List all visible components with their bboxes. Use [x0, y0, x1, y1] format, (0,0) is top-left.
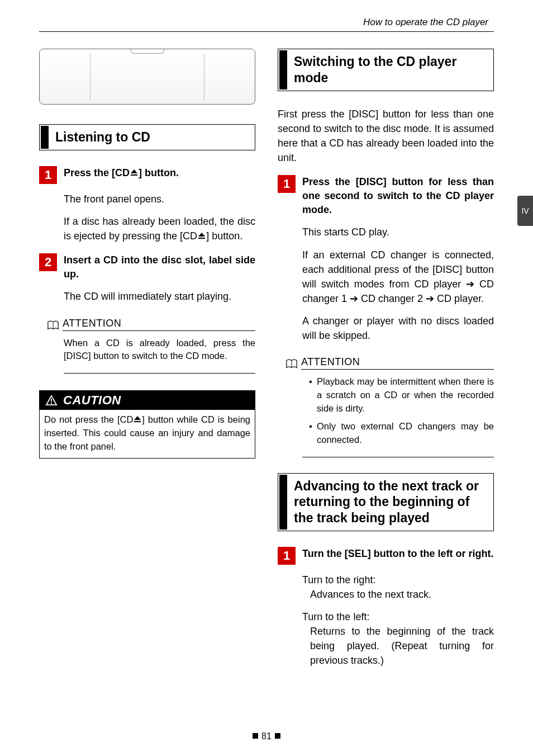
section-title: Switching to the CD player mode: [294, 54, 487, 86]
step-number-badge: 1: [278, 547, 296, 565]
section-advancing-track: Advancing to the next track or returning…: [278, 473, 494, 531]
attention-text: When a CD is already loaded, press the […: [64, 337, 255, 363]
caution-body: Do not press the [CD] button while CD is…: [40, 410, 255, 458]
svg-marker-2: [198, 233, 205, 237]
right-step-1: 1 Press the [DISC] button for less than …: [278, 175, 494, 218]
bullet-item: Only two external CD changers may be con…: [309, 420, 494, 447]
attention-label: ATTENTION: [63, 318, 255, 331]
step-number-badge: 2: [39, 253, 57, 271]
section-title: Listening to CD: [55, 129, 248, 145]
caution-heading: CAUTION: [40, 391, 255, 410]
eject-icon: [130, 169, 139, 177]
step-title: Press the [CD] button.: [64, 166, 255, 180]
lead-text: Turn to the right:: [302, 573, 494, 587]
paragraph: The front panel opens.: [64, 192, 255, 206]
step-number-badge: 1: [278, 175, 296, 193]
attention-rule: [64, 373, 255, 374]
page-number: 81: [261, 731, 272, 741]
caution-label: CAUTION: [63, 393, 121, 408]
eject-icon: [197, 232, 206, 240]
desc-text: Returns to the beginning of the track be…: [310, 624, 494, 668]
step-title: Turn the [SEL] button to the left or rig…: [302, 547, 494, 561]
square-bullet-icon: [275, 733, 280, 739]
left-column: Listening to CD 1 Press the [CD] button.…: [39, 49, 255, 668]
lead-text: Turn to the left:: [302, 609, 494, 624]
right-step-2: 1 Turn the [SEL] button to the left or r…: [278, 547, 494, 565]
turn-right-block: Turn to the right: Advances to the next …: [302, 573, 494, 602]
right-column: Switching to the CD player mode First pr…: [278, 49, 494, 668]
device-illustration: [39, 49, 255, 105]
svg-rect-1: [131, 174, 137, 176]
book-open-icon: [285, 358, 298, 370]
warning-triangle-icon: [45, 395, 58, 406]
page-footer: 81: [0, 731, 533, 741]
attention-label: ATTENTION: [301, 356, 494, 370]
desc-text: Advances to the next track.: [310, 587, 494, 602]
svg-rect-9: [134, 421, 141, 422]
intro-paragraph: First press the [DISC] button for less t…: [278, 107, 494, 165]
left-step-1: 1 Press the [CD] button.: [39, 166, 255, 184]
bullet-item: Playback may be intermittent when there …: [309, 375, 494, 415]
step-number-badge: 1: [39, 166, 57, 184]
section-listening-to-cd: Listening to CD: [39, 124, 255, 150]
section-switching-mode: Switching to the CD player mode: [278, 49, 494, 91]
paragraph: A changer or player with no discs loaded…: [302, 314, 494, 343]
paragraph: This starts CD play.: [302, 225, 494, 239]
turn-left-block: Turn to the left: Returns to the beginni…: [302, 609, 494, 668]
step-title: Press the [DISC] button for less than on…: [302, 175, 494, 218]
book-open-icon: [47, 320, 59, 331]
svg-rect-3: [198, 238, 205, 239]
page-header-title: How to operate the CD player: [39, 17, 494, 28]
left-step-2: 2 Insert a CD into the disc slot, label …: [39, 253, 255, 281]
attention-rule: [302, 457, 494, 457]
caution-box: CAUTION Do not press the [CD] button whi…: [39, 390, 255, 459]
attention-heading: ATTENTION: [47, 318, 255, 331]
square-bullet-icon: [253, 733, 258, 739]
attention-heading: ATTENTION: [285, 356, 494, 370]
paragraph: If an external CD changer is connected, …: [302, 248, 494, 306]
step-title: Insert a CD into the disc slot, label si…: [64, 253, 255, 281]
svg-marker-0: [131, 169, 137, 173]
paragraph: If a disc has already been loaded, the d…: [64, 214, 255, 243]
paragraph: The CD will immediately start playing.: [64, 289, 255, 304]
svg-marker-8: [134, 416, 141, 420]
chapter-tab: IV: [517, 196, 533, 226]
attention-bullets: Playback may be intermittent when there …: [309, 375, 494, 447]
section-title: Advancing to the next track or returning…: [294, 478, 487, 526]
eject-icon: [133, 415, 142, 423]
svg-point-7: [51, 403, 52, 404]
header-rule: [39, 31, 494, 32]
